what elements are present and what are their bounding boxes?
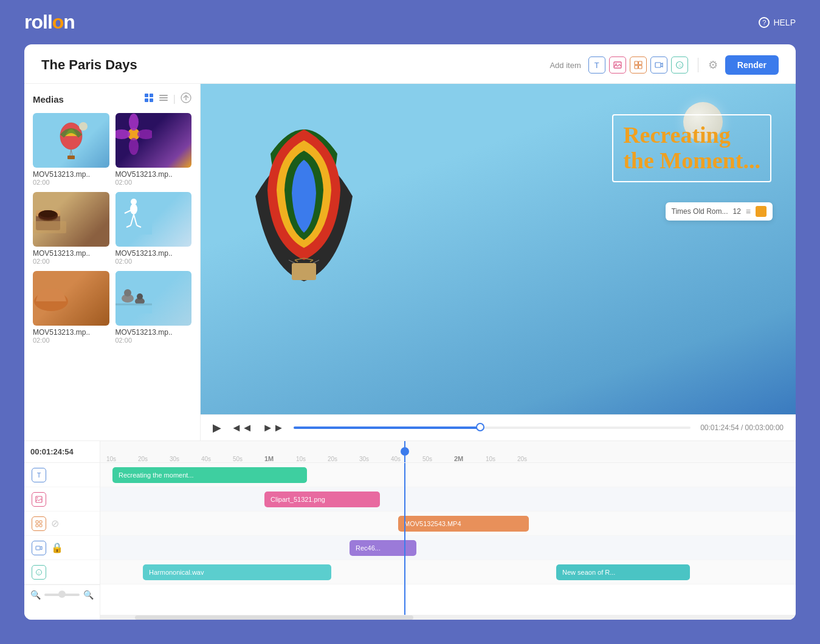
list-item[interactable]: MOV513213.mp.. 02:00 [33, 113, 109, 186]
clip-text[interactable]: Recreating the moment... [112, 467, 307, 483]
progress-bar[interactable] [294, 426, 691, 429]
media-controls: | [144, 92, 191, 106]
zoom-slider[interactable] [44, 594, 80, 596]
ruler-mark-1m: 1M [264, 455, 296, 462]
settings-button[interactable]: ⚙ [708, 58, 718, 72]
list-item[interactable]: MOV513213.mp.. 02:00 [115, 192, 192, 265]
media-thumbnail [33, 113, 109, 168]
svg-point-47 [137, 293, 143, 300]
svg-text:♫: ♫ [678, 63, 681, 68]
media-panel-header: Medias | [33, 92, 191, 106]
divider [698, 58, 698, 72]
media-thumbnail [33, 192, 109, 247]
zoom-out-button[interactable]: 🔍 [30, 590, 41, 600]
track-icon-image2[interactable] [32, 516, 46, 531]
svg-point-25 [129, 138, 139, 155]
media-thumbnail [115, 192, 192, 247]
help-button[interactable]: ? HELP [759, 17, 796, 28]
logo-accent: o [52, 11, 64, 33]
ruler-mark-2m: 2M [454, 455, 486, 462]
svg-point-58 [37, 497, 38, 498]
list-item[interactable]: MOV513213.mp.. 02:00 [115, 113, 192, 186]
ruler-mark: 20s [138, 456, 170, 462]
font-name-label[interactable]: Times Old Rom... [672, 207, 728, 216]
prev-frame-button[interactable]: ◄◄ [231, 422, 253, 434]
svg-rect-4 [635, 66, 638, 69]
svg-rect-60 [40, 521, 42, 523]
add-text-button[interactable]: T [588, 57, 605, 74]
add-image-button[interactable] [609, 57, 626, 74]
svg-rect-11 [145, 98, 148, 102]
track-row: MOV5132543.MP4 [100, 512, 796, 536]
clip-image2[interactable]: MOV5132543.MP4 [398, 516, 529, 532]
svg-rect-59 [36, 521, 38, 523]
svg-rect-2 [635, 61, 638, 65]
time-display: 00:01:24:54 / 00:03:00:00 [700, 423, 784, 432]
svg-rect-5 [638, 66, 642, 69]
timeline-tracks[interactable]: 10s 20s 30s 40s 50s 1M 10s 20s 30s 40s 5… [100, 441, 796, 620]
clip-video[interactable]: Rec46... [350, 540, 416, 556]
track-mute-icon[interactable]: ⊘ [51, 518, 59, 529]
svg-rect-14 [159, 97, 168, 98]
list-item[interactable]: MOV513213.mp.. 02:00 [33, 271, 109, 344]
media-thumbnail [33, 271, 109, 326]
clip-audio-1[interactable]: Harmononical.wav [143, 564, 331, 580]
track-icon-image1[interactable] [32, 492, 46, 507]
text-color-swatch[interactable] [756, 206, 767, 217]
track-icon-text[interactable]: T [32, 468, 46, 482]
track-icon-audio[interactable]: ♫ [32, 565, 46, 580]
text-overlay-box[interactable]: Recreatingthe Moment... [612, 114, 771, 182]
media-item-duration: 02:00 [33, 179, 109, 186]
svg-point-24 [129, 114, 139, 131]
upload-button[interactable] [181, 92, 191, 106]
track-row: Harmononical.wav New seaon of R... [100, 560, 796, 584]
svg-rect-13 [159, 95, 168, 96]
text-align-icon[interactable]: ≡ [746, 207, 751, 216]
track-row-image1 [24, 487, 100, 512]
add-image2-button[interactable] [630, 57, 647, 74]
content-area: Medias | [24, 84, 796, 440]
svg-rect-61 [36, 524, 38, 527]
clip-image[interactable]: Clipart_51321.png [264, 492, 380, 507]
track-icon-video[interactable] [32, 541, 46, 555]
svg-point-32 [40, 210, 57, 218]
svg-point-36 [131, 199, 137, 205]
ruler-mark: 20s [517, 456, 549, 462]
svg-rect-9 [145, 94, 148, 97]
preview-panel: Recreatingthe Moment... Times Old Rom...… [201, 84, 796, 440]
timeline-track-icons: T ⊘ [24, 463, 100, 584]
list-item[interactable]: MOV513213.mp.. 02:00 [33, 192, 109, 265]
ruler-mark: 30s [359, 456, 391, 462]
track-row: Recreating the moment... [100, 463, 796, 487]
ruler-mark: 10s [486, 456, 517, 462]
add-video-button[interactable] [650, 57, 667, 74]
zoom-in-button[interactable]: 🔍 [83, 590, 94, 600]
font-size-label[interactable]: 12 [732, 207, 740, 216]
grid-view-button[interactable] [144, 93, 154, 105]
ruler-mark: 50s [233, 456, 264, 462]
svg-line-20 [71, 149, 72, 156]
track-row-image2: ⊘ [24, 512, 100, 536]
progress-fill [294, 426, 480, 429]
timeline-ruler: 10s 20s 30s 40s 50s 1M 10s 20s 30s 40s 5… [100, 441, 796, 463]
main-container: The Paris Days Add item T ♫ ⚙ Ren [24, 44, 796, 620]
list-item[interactable]: MOV513213.mp.. 02:00 [115, 271, 192, 344]
current-time: 00:01:24:54 [700, 423, 739, 432]
render-button[interactable]: Render [725, 55, 779, 75]
logo: rollon [24, 11, 75, 33]
list-view-button[interactable] [159, 93, 168, 105]
play-button[interactable]: ▶ [213, 421, 221, 434]
ruler-mark: 40s [391, 456, 422, 462]
clip-audio-2[interactable]: New seaon of R... [556, 564, 690, 580]
media-item-name: MOV513213.mp.. [115, 328, 192, 337]
track-lock-icon[interactable]: 🔒 [51, 542, 63, 553]
video-preview: Recreatingthe Moment... Times Old Rom...… [201, 84, 796, 414]
project-title: The Paris Days [41, 57, 137, 73]
track-row-text: T [24, 463, 100, 487]
add-audio-button[interactable]: ♫ [671, 57, 688, 74]
timeline-scroll-thumb[interactable] [135, 615, 413, 620]
timeline-scrollbar[interactable] [100, 615, 796, 620]
progress-thumb[interactable] [476, 423, 484, 431]
next-frame-button[interactable]: ►► [263, 422, 284, 434]
ruler-mark: 10s [296, 456, 328, 462]
